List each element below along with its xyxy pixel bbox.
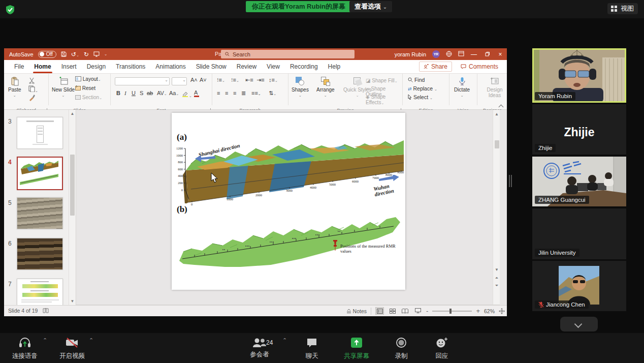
notes-toggle[interactable]: Notes [346, 308, 367, 314]
dictate-button[interactable]: Dictate⌄ [454, 77, 470, 98]
participants-options-chevron[interactable]: ⌃ [282, 337, 287, 344]
slide-thumbnail-6[interactable] [17, 238, 63, 270]
slide-editor[interactable]: (a) [76, 110, 500, 305]
share-screen-button[interactable]: 共享屏幕 [339, 337, 374, 360]
increase-indent-button[interactable]: ⇥≡ [255, 77, 266, 83]
join-audio-button[interactable]: 连接语音 [9, 337, 41, 360]
video-options-chevron[interactable]: ⌃ [89, 337, 93, 344]
close-button[interactable]: × [497, 51, 504, 58]
next-slide-button[interactable]: ⏷ [495, 283, 499, 288]
character-spacing-button[interactable]: AV⌄ [155, 90, 169, 96]
tab-slide-show[interactable]: Slide Show [191, 60, 232, 74]
restore-button[interactable] [484, 51, 491, 58]
share-button[interactable]: Share [419, 62, 452, 72]
slide-thumbnail-5[interactable] [17, 197, 63, 229]
copy-button[interactable]: ⌄ [28, 85, 38, 94]
slide-thumbnail-3[interactable] [17, 117, 63, 149]
text-direction-button[interactable]: ⇅⌄ [267, 90, 278, 97]
fit-to-window-icon[interactable] [499, 308, 505, 314]
tab-design[interactable]: Design [82, 60, 111, 74]
italic-button[interactable]: I [123, 90, 128, 96]
current-slide[interactable]: (a) [172, 113, 405, 290]
select-button[interactable]: Select ⌄ [408, 94, 433, 100]
shapes-button[interactable]: Shapes⌄ [292, 77, 309, 98]
shape-effects-button[interactable]: ◈ Shape Effects⌄ [366, 94, 402, 105]
participant-tile-jilin-university[interactable]: Jilin University [532, 208, 626, 259]
section-button[interactable]: Section⌄ [75, 95, 102, 100]
zoom-out-button[interactable]: - [426, 307, 428, 315]
audio-options-chevron[interactable]: ⌃ [43, 337, 47, 344]
quick-access-customize-icon[interactable]: ⌄ [104, 52, 108, 56]
spellcheck-icon[interactable] [43, 308, 49, 314]
align-center-button[interactable]: ≡ [223, 90, 230, 96]
scroll-thumb[interactable] [495, 140, 499, 148]
decrease-indent-button[interactable]: ⇤≡ [244, 77, 255, 83]
align-left-button[interactable]: ≡ [215, 90, 221, 96]
tab-insert[interactable]: Insert [56, 60, 82, 74]
justify-button[interactable]: ≣ [240, 90, 247, 97]
save-button[interactable] [61, 51, 67, 57]
arrange-button[interactable]: Arrange⌄ [316, 77, 335, 98]
shrink-font-button[interactable]: A˅ [198, 77, 208, 83]
previous-slide-button[interactable]: ⏶ [495, 276, 499, 280]
bullets-button[interactable]: ⁝≡⌄ [215, 77, 227, 83]
tab-home[interactable]: Home [29, 60, 56, 74]
font-size-select[interactable] [172, 77, 187, 85]
user-name[interactable]: yoram Rubin [395, 51, 426, 57]
bold-button[interactable]: B [115, 90, 122, 96]
replace-button[interactable]: ⇄ Replace ⌄ [408, 85, 437, 92]
zoom-slider-thumb[interactable] [449, 309, 452, 314]
scroll-up-arrow[interactable]: ▲ [495, 112, 499, 116]
design-ideas-button[interactable]: Design Ideas [482, 77, 507, 98]
underline-button[interactable]: U [130, 90, 137, 96]
participant-tile-yoram-rubin[interactable]: Yoram Rubin [532, 48, 626, 103]
redo-button[interactable]: ↻ [84, 51, 89, 58]
zoom-level[interactable]: 62% [484, 308, 495, 314]
ribbon-display-options-icon[interactable] [458, 51, 464, 57]
paste-button[interactable]: Paste⌄ [8, 77, 21, 98]
scroll-down-arrow[interactable]: ▼ [495, 267, 499, 272]
highlight-color-button[interactable]: ⌄ [182, 90, 192, 99]
slideshow-view-button[interactable] [413, 307, 422, 315]
slide-sorter-view-button[interactable] [388, 307, 397, 315]
participant-tile-jiancong-chen[interactable]: Jiancong Chen [532, 261, 626, 311]
participants-button[interactable]: 24 参会者 [245, 337, 274, 359]
slide-thumbnail-4[interactable] [17, 157, 63, 190]
participant-tile-zhijie[interactable]: Zhijie Zhijie [532, 104, 626, 155]
thumbnail-scrollbar[interactable]: ▲ ▼ [69, 110, 75, 305]
align-right-button[interactable]: ≡ [232, 90, 238, 96]
minimize-button[interactable]: — [470, 51, 477, 58]
reset-button[interactable]: Reset [75, 85, 95, 91]
font-name-select[interactable] [115, 77, 170, 85]
present-button[interactable] [93, 51, 100, 57]
slide-thumbnail-7[interactable] [17, 279, 63, 305]
find-button[interactable]: Find [408, 77, 425, 83]
undo-button[interactable]: ↺⌄ [71, 51, 79, 58]
format-painter-button[interactable] [28, 94, 36, 103]
scroll-thumb[interactable] [70, 155, 75, 216]
chat-button[interactable]: 聊天 [300, 337, 324, 360]
participants-collapse-button[interactable] [560, 317, 598, 331]
tab-transitions[interactable]: Transitions [111, 60, 150, 74]
shape-fill-button[interactable]: ◪ Shape Fill⌄ [366, 78, 398, 83]
start-video-button[interactable]: 开启视频 [57, 337, 87, 360]
font-color-button[interactable]: A [194, 89, 199, 97]
tab-recording[interactable]: Recording [285, 60, 323, 74]
tab-view[interactable]: View [262, 60, 285, 74]
reading-view-button[interactable] [401, 307, 409, 315]
panel-resize-handle[interactable] [509, 175, 512, 187]
slide-thumbnail-panel[interactable]: 3 4 5 [4, 110, 76, 305]
reactions-button[interactable]: 回应 [430, 337, 454, 360]
shadow-button[interactable]: S [138, 90, 145, 96]
scroll-up-arrow[interactable]: ▲ [70, 111, 75, 116]
comments-button[interactable]: Comments [456, 62, 503, 72]
user-avatar[interactable]: YR [432, 50, 440, 58]
view-button[interactable]: 视图 [607, 3, 638, 14]
tab-help[interactable]: Help [323, 60, 346, 74]
numbering-button[interactable]: ⁝≡⌄ [230, 77, 241, 83]
grow-font-button[interactable]: A˄ [189, 77, 199, 83]
tab-animations[interactable]: Animations [150, 60, 190, 74]
search-input[interactable] [233, 51, 334, 57]
layout-button[interactable]: Layout⌄ [75, 76, 101, 82]
zoom-slider[interactable] [432, 311, 472, 312]
